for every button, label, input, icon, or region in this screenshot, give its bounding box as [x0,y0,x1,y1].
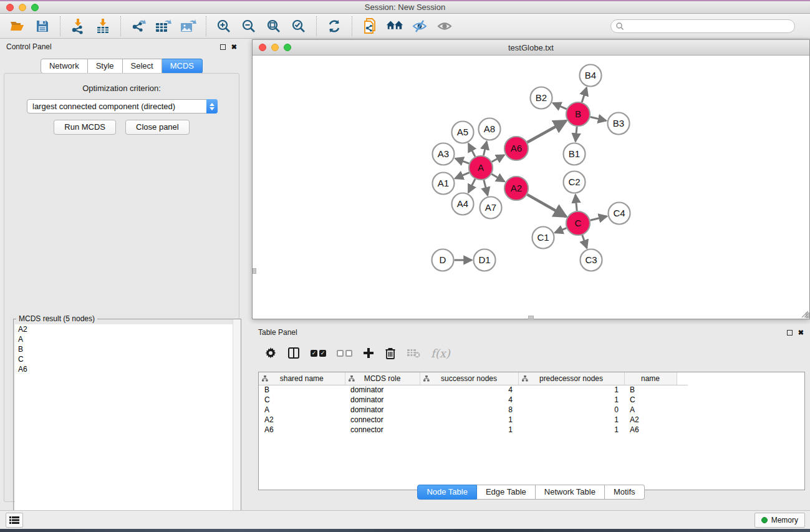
network-canvas[interactable]: B4B2BB3B1A5A8A6A3AA1A4A7A2C2CC4C1C3DD1 [253,56,809,319]
edge-C-C1[interactable] [555,228,567,233]
edge-B-B4[interactable] [582,88,587,102]
table-row[interactable]: A2connector11A2 [259,415,688,425]
node-B1[interactable]: B1 [564,143,586,165]
resize-grip[interactable] [801,310,809,318]
search-field[interactable] [610,19,795,33]
edge-A-A7[interactable] [484,180,488,195]
node-A6[interactable]: A6 [504,137,528,160]
cell-MCDS-role[interactable]: dominator [345,395,420,405]
result-item[interactable]: B [15,344,239,354]
edge-C-C4[interactable] [590,216,607,220]
column-header-name[interactable]: name [624,372,677,385]
zoom-in-icon[interactable] [215,17,233,35]
task-history-button[interactable] [6,513,23,528]
edge-A-A3[interactable] [455,158,469,163]
node-A7[interactable]: A7 [480,197,502,219]
close-table-panel-icon[interactable]: ✖ [798,329,804,336]
node-A3[interactable]: A3 [433,143,455,165]
tab-motifs[interactable]: Motifs [605,485,645,500]
export-table-icon[interactable] [155,17,172,35]
cell-shared-name[interactable]: A [259,405,345,415]
edge-C-C2[interactable] [576,195,577,211]
vertical-scroll-hint[interactable] [253,268,256,274]
edge-A2-C[interactable] [527,195,566,216]
edge-A-A5[interactable] [468,143,475,157]
tab-network[interactable]: Network [41,59,88,74]
cell-shared-name[interactable]: A2 [259,415,345,425]
edge-B-B3[interactable] [590,117,606,120]
cell-predecessor-nodes[interactable]: 1 [518,415,624,425]
show-columns-icon[interactable] [287,347,300,359]
edge-A-A4[interactable] [468,179,475,193]
tab-network-table[interactable]: Network Table [536,485,605,500]
node-C2[interactable]: C2 [564,172,586,193]
float-table-panel-icon[interactable] [787,330,793,336]
show-graphics-details-icon[interactable] [436,17,453,35]
cell-predecessor-nodes[interactable]: 1 [518,385,624,395]
edge-A-A2[interactable] [491,174,504,181]
node-A8[interactable]: A8 [479,118,501,140]
deselect-all-icon[interactable] [337,350,352,357]
result-item[interactable]: A2 [15,324,239,334]
cell-successor-nodes[interactable]: 1 [420,425,518,435]
export-network-icon[interactable] [130,17,147,35]
edge-A-A8[interactable] [483,142,486,155]
result-scrollbar[interactable] [233,319,241,530]
table-row[interactable]: Adominator80A [259,405,688,415]
node-C4[interactable]: C4 [609,203,630,225]
horizontal-scroll-hint[interactable] [528,316,534,319]
node-B2[interactable]: B2 [531,87,552,109]
tab-node-table[interactable]: Node Table [417,485,477,500]
cell-shared-name[interactable]: B [259,385,345,395]
edge-A6-B[interactable] [527,121,566,143]
edge-B-B1[interactable] [576,127,577,142]
network-graph[interactable]: B4B2BB3B1A5A8A6A3AA1A4A7A2C2CC4C1C3DD1 [253,56,809,319]
cell-shared-name[interactable]: C [259,395,345,405]
column-header-successor-nodes[interactable]: successor nodes [420,372,518,385]
import-network-icon[interactable] [69,17,87,35]
cell-MCDS-role[interactable]: dominator [345,405,420,415]
network-from-document-icon[interactable] [361,17,378,35]
cell-name[interactable]: A6 [624,425,677,435]
cell-MCDS-role[interactable]: connector [345,425,420,435]
node-A[interactable]: A [469,156,493,180]
column-header-predecessor-nodes[interactable]: predecessor nodes [518,372,624,385]
zoom-out-icon[interactable] [240,17,258,35]
tab-select[interactable]: Select [123,59,162,74]
delete-column-icon[interactable] [385,347,396,359]
tab-edge-table[interactable]: Edge Table [477,485,536,500]
edge-C-C3[interactable] [582,235,587,248]
tab-style[interactable]: Style [88,59,123,74]
result-item[interactable]: A6 [15,364,239,374]
table-row[interactable]: Bdominator41B [259,385,688,395]
import-table-icon[interactable] [94,17,112,35]
cell-successor-nodes[interactable]: 8 [420,405,518,415]
cell-successor-nodes[interactable]: 4 [420,395,518,405]
cell-MCDS-role[interactable]: dominator [345,385,420,395]
close-panel-button[interactable]: Close panel [125,120,190,135]
search-input[interactable] [624,21,794,32]
cell-predecessor-nodes[interactable]: 1 [518,425,624,435]
cell-name[interactable]: A2 [624,415,677,425]
result-item[interactable]: A [15,334,239,344]
node-B4[interactable]: B4 [580,65,602,87]
memory-button[interactable]: Memory [755,513,805,528]
node-C3[interactable]: C3 [581,249,602,271]
network-window-titlebar[interactable]: testGlobe.txt [253,40,809,56]
select-all-icon[interactable]: ✓✓ [311,350,326,357]
column-header-shared-name[interactable]: shared name [259,372,345,385]
node-A1[interactable]: A1 [433,173,455,195]
open-folder-icon[interactable] [9,17,26,35]
cell-name[interactable]: C [624,395,677,405]
run-mcds-button[interactable]: Run MCDS [54,120,116,135]
node-D[interactable]: D [432,249,454,271]
node-B3[interactable]: B3 [608,113,630,135]
add-column-icon[interactable] [363,347,374,359]
close-panel-icon[interactable]: ✖ [231,44,237,51]
edge-A-A1[interactable] [455,173,470,178]
node-A4[interactable]: A4 [452,193,474,215]
cell-name[interactable]: A [624,405,677,415]
table-row[interactable]: A6connector11A6 [259,425,688,435]
tab-mcds[interactable]: MCDS [162,59,203,74]
settings-gear-icon[interactable] [264,347,277,359]
